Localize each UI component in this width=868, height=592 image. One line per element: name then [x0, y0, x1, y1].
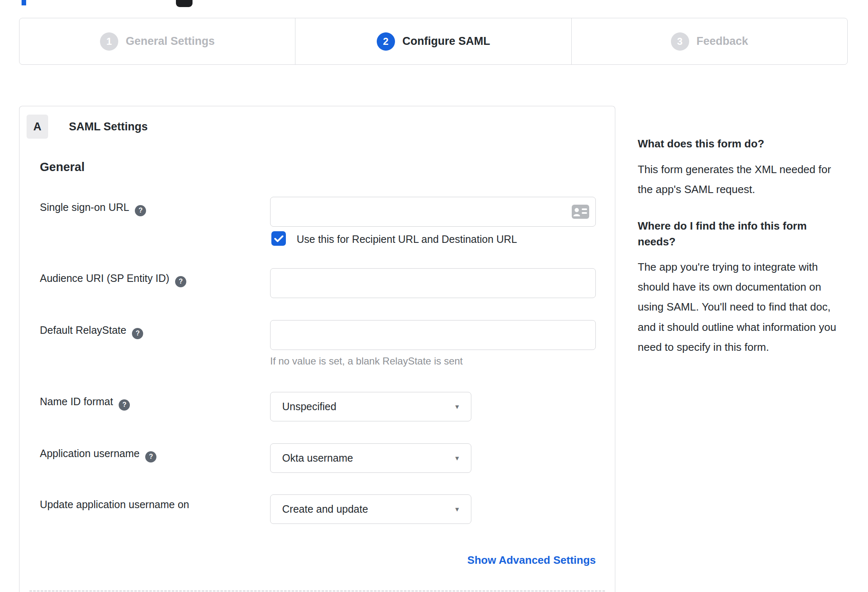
step-number-badge: 3 — [671, 32, 689, 51]
page-title-cropped-accent — [22, 0, 26, 5]
field-label-text: Default RelayState — [40, 324, 126, 336]
application-username-select[interactable]: Okta username ▼ — [270, 443, 471, 473]
help-icon[interactable]: ? — [132, 328, 143, 339]
select-value: Okta username — [282, 452, 353, 464]
step-number-badge: 2 — [377, 32, 395, 51]
chevron-down-icon: ▼ — [454, 455, 460, 462]
help-heading-where: Where do I find the info this form needs… — [638, 218, 845, 250]
sso-url-input[interactable] — [270, 197, 596, 227]
page-title-cropped-glyph — [176, 0, 193, 7]
field-label-text: Update application username on — [40, 499, 189, 510]
update-username-select[interactable]: Create and update ▼ — [270, 494, 471, 524]
step-configure-saml[interactable]: 2 Configure SAML — [295, 18, 571, 64]
step-feedback[interactable]: 3 Feedback — [571, 18, 847, 64]
relaystate-input[interactable] — [270, 320, 596, 350]
recipient-url-checkbox-label: Use this for Recipient URL and Destinati… — [297, 233, 517, 245]
chevron-down-icon: ▼ — [454, 506, 460, 513]
step-general-settings[interactable]: 1 General Settings — [20, 18, 295, 64]
step-number-badge: 1 — [100, 32, 118, 51]
checkmark-icon — [274, 235, 283, 242]
sso-url-label: Single sign-on URL? — [40, 201, 146, 216]
relaystate-label: Default RelayState? — [40, 324, 143, 339]
step-label: Configure SAML — [402, 35, 490, 48]
step-label: Feedback — [697, 35, 749, 48]
help-icon[interactable]: ? — [145, 451, 156, 462]
help-icon[interactable]: ? — [119, 399, 130, 411]
field-label-text: Name ID format — [40, 396, 113, 407]
select-value: Unspecified — [282, 401, 336, 413]
configure-saml-page: 1 General Settings 2 Configure SAML 3 Fe… — [0, 0, 868, 592]
help-body-what: This form generates the XML needed for t… — [638, 159, 845, 199]
relaystate-hint: If no value is set, a blank RelayState i… — [270, 355, 463, 367]
section-a-badge: A — [27, 115, 48, 139]
name-id-format-select[interactable]: Unspecified ▼ — [270, 392, 471, 421]
help-body-where: The app you're trying to integrate with … — [638, 257, 845, 357]
select-value: Create and update — [282, 503, 368, 515]
update-username-label: Update application username on — [40, 499, 189, 511]
help-icon[interactable]: ? — [175, 276, 186, 287]
general-group-title: General — [40, 160, 85, 174]
step-label: General Settings — [126, 35, 215, 48]
audience-uri-label: Audience URI (SP Entity ID)? — [40, 272, 186, 287]
wizard-stepper: 1 General Settings 2 Configure SAML 3 Fe… — [19, 18, 848, 65]
help-icon[interactable]: ? — [135, 205, 146, 216]
recipient-url-checkbox[interactable] — [271, 231, 286, 246]
field-label-text: Single sign-on URL — [40, 201, 129, 213]
help-heading-what: What does this form do? — [638, 136, 845, 152]
field-label-text: Audience URI (SP Entity ID) — [40, 272, 169, 284]
show-advanced-settings-link[interactable]: Show Advanced Settings — [270, 554, 596, 567]
saml-settings-panel: A SAML Settings General Single sign-on U… — [19, 106, 615, 592]
help-sidebar: What does this form do? This form genera… — [638, 136, 845, 357]
audience-uri-input[interactable] — [270, 268, 596, 298]
name-id-format-label: Name ID format? — [40, 396, 130, 411]
application-username-label: Application username? — [40, 448, 156, 462]
section-dashed-divider — [29, 590, 605, 592]
chevron-down-icon: ▼ — [454, 403, 460, 410]
section-title: SAML Settings — [69, 120, 148, 133]
field-label-text: Application username — [40, 448, 139, 459]
